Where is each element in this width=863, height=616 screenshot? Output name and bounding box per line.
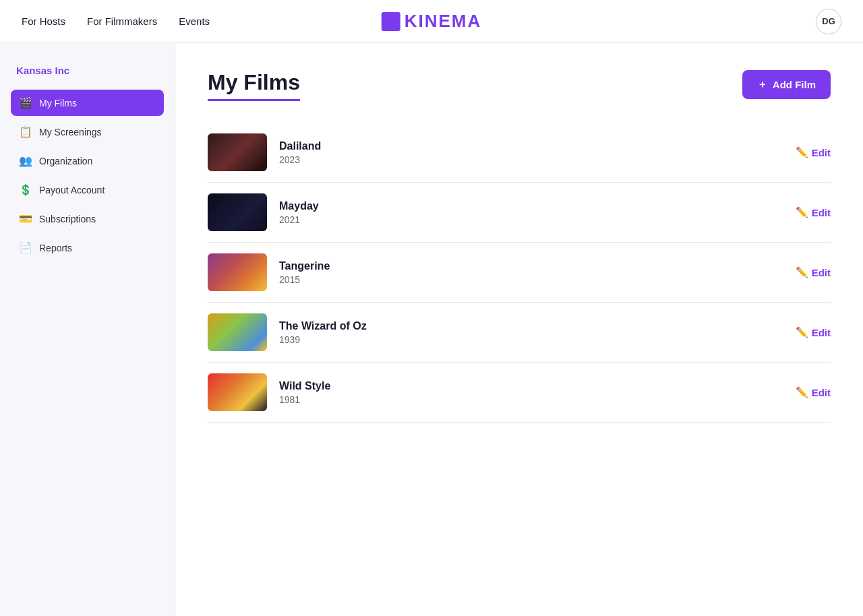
film-thumbnail-daliland: [208, 133, 267, 171]
film-year-daliland: 2023: [279, 154, 783, 165]
film-list: Daliland 2023 ✏️ Edit Mayday 2021 ✏️ Edi…: [208, 123, 831, 423]
sidebar-label-organization: Organization: [39, 156, 92, 166]
logo-text: KINEMA: [405, 11, 482, 32]
main-content: My Films ＋ Add Film Daliland 2023 ✏️ Edi…: [175, 43, 863, 616]
plus-icon: ＋: [757, 78, 767, 91]
film-row: Mayday 2021 ✏️ Edit: [208, 183, 831, 243]
film-info-tangerine: Tangerine 2015: [279, 260, 783, 285]
edit-icon-wild-style: ✏️: [796, 386, 808, 398]
film-row: Tangerine 2015 ✏️ Edit: [208, 243, 831, 303]
edit-label-mayday: Edit: [812, 207, 831, 218]
sidebar-label-payout-account: Payout Account: [39, 185, 105, 195]
sidebar-item-my-films[interactable]: 🎬 My Films: [11, 90, 164, 116]
my-screenings-icon: 📋: [19, 125, 32, 138]
film-info-mayday: Mayday 2021: [279, 200, 783, 225]
avatar[interactable]: DG: [816, 9, 841, 34]
film-thumbnail-mayday: [208, 193, 267, 231]
sidebar-label-subscriptions: Subscriptions: [39, 214, 96, 224]
film-thumbnail-tangerine: [208, 253, 267, 291]
film-thumbnail-wizard-of-oz: [208, 313, 267, 351]
app-layout: Kansas Inc 🎬 My Films 📋 My Screenings 👥 …: [0, 43, 863, 616]
page-title: My Films: [208, 70, 300, 101]
film-info-wild-style: Wild Style 1981: [279, 380, 783, 405]
reports-icon: 📄: [19, 241, 32, 254]
edit-button-tangerine[interactable]: ✏️ Edit: [796, 266, 831, 278]
film-title-daliland: Daliland: [279, 140, 783, 152]
nav-events[interactable]: Events: [179, 16, 210, 27]
main-header: My Films ＋ Add Film: [208, 70, 831, 101]
edit-button-mayday[interactable]: ✏️ Edit: [796, 206, 831, 218]
film-title-wild-style: Wild Style: [279, 380, 783, 392]
film-title-wizard-of-oz: The Wizard of Oz: [279, 320, 783, 332]
edit-icon-mayday: ✏️: [796, 206, 808, 218]
sidebar-label-my-films: My Films: [39, 98, 77, 109]
payout-account-icon: 💲: [19, 183, 32, 196]
my-films-icon: 🎬: [19, 96, 32, 109]
sidebar-nav: 🎬 My Films 📋 My Screenings 👥 Organizatio…: [11, 90, 164, 261]
edit-label-tangerine: Edit: [812, 267, 831, 278]
edit-icon-daliland: ✏️: [796, 146, 808, 158]
film-info-wizard-of-oz: The Wizard of Oz 1939: [279, 320, 783, 345]
edit-label-wizard-of-oz: Edit: [812, 327, 831, 338]
header: For HostsFor FilmmakersEvents KINEMA DG: [0, 0, 863, 43]
sidebar-label-my-screenings: My Screenings: [39, 127, 102, 137]
sidebar-label-reports: Reports: [39, 243, 72, 253]
film-year-mayday: 2021: [279, 214, 783, 225]
film-row: Wild Style 1981 ✏️ Edit: [208, 363, 831, 423]
sidebar-item-payout-account[interactable]: 💲 Payout Account: [11, 177, 164, 203]
film-year-wild-style: 1981: [279, 394, 783, 405]
edit-label-daliland: Edit: [812, 147, 831, 158]
film-year-tangerine: 2015: [279, 274, 783, 285]
film-year-wizard-of-oz: 1939: [279, 334, 783, 345]
film-row: The Wizard of Oz 1939 ✏️ Edit: [208, 303, 831, 363]
organization-icon: 👥: [19, 154, 32, 167]
nav-for-filmmakers[interactable]: For Filmmakers: [87, 16, 157, 27]
sidebar-item-subscriptions[interactable]: 💳 Subscriptions: [11, 206, 164, 232]
film-thumbnail-wild-style: [208, 373, 267, 411]
film-info-daliland: Daliland 2023: [279, 140, 783, 165]
nav-for-hosts[interactable]: For Hosts: [22, 16, 65, 27]
sidebar-item-reports[interactable]: 📄 Reports: [11, 235, 164, 261]
add-film-button[interactable]: ＋ Add Film: [742, 70, 831, 99]
sidebar-item-my-screenings[interactable]: 📋 My Screenings: [11, 119, 164, 145]
edit-button-wild-style[interactable]: ✏️ Edit: [796, 386, 831, 398]
edit-icon-tangerine: ✏️: [796, 266, 808, 278]
film-row: Daliland 2023 ✏️ Edit: [208, 123, 831, 183]
sidebar-item-organization[interactable]: 👥 Organization: [11, 148, 164, 174]
film-title-mayday: Mayday: [279, 200, 783, 212]
logo: KINEMA: [382, 11, 482, 32]
subscriptions-icon: 💳: [19, 212, 32, 225]
edit-icon-wizard-of-oz: ✏️: [796, 326, 808, 338]
add-film-label: Add Film: [773, 79, 816, 90]
edit-button-wizard-of-oz[interactable]: ✏️ Edit: [796, 326, 831, 338]
edit-label-wild-style: Edit: [812, 387, 831, 398]
logo-square: [382, 12, 400, 31]
sidebar-org-name: Kansas Inc: [11, 65, 164, 76]
edit-button-daliland[interactable]: ✏️ Edit: [796, 146, 831, 158]
header-nav: For HostsFor FilmmakersEvents: [22, 16, 210, 27]
film-title-tangerine: Tangerine: [279, 260, 783, 272]
sidebar: Kansas Inc 🎬 My Films 📋 My Screenings 👥 …: [0, 43, 175, 616]
